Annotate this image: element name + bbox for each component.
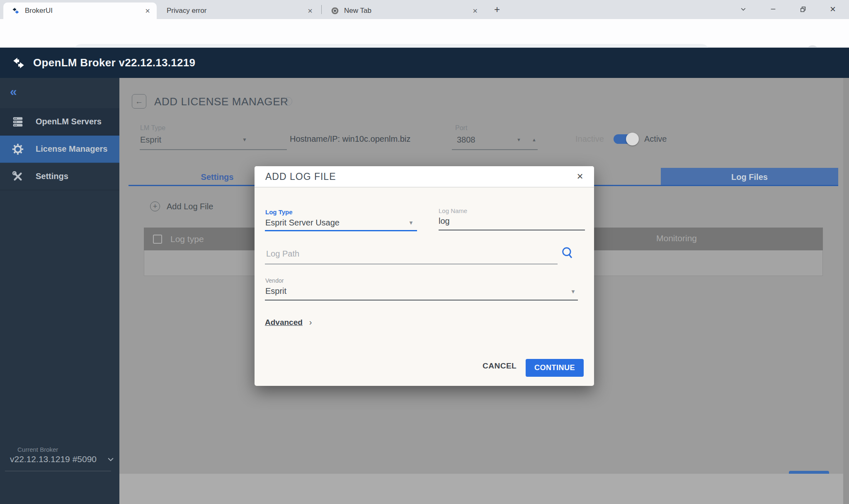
current-broker-label: Current Broker <box>17 446 58 453</box>
dialog-close-icon[interactable]: × <box>574 170 586 183</box>
add-log-file-label: Add Log File <box>167 202 213 211</box>
log-type-value[interactable]: Esprit Server Usage <box>265 218 340 228</box>
lm-type-value[interactable]: Esprit <box>140 135 161 145</box>
dialog-cancel-button[interactable]: CANCEL <box>483 361 517 371</box>
app-title: OpenLM Broker v22.12.13.1219 <box>33 56 195 69</box>
tab-search-chevron-icon[interactable] <box>731 0 755 18</box>
port-value[interactable]: 3808 <box>457 135 475 145</box>
log-type-underline <box>265 230 417 231</box>
plus-circle-icon: + <box>150 201 160 211</box>
tab-close-icon[interactable]: × <box>143 6 153 16</box>
log-name-input[interactable] <box>439 216 580 226</box>
openlm-logo <box>12 56 26 70</box>
window-restore-button[interactable] <box>791 0 815 18</box>
window-close-button[interactable]: × <box>821 0 845 18</box>
sidebar-item-label: OpenLM Servers <box>36 117 102 126</box>
vendor-underline <box>265 300 578 300</box>
sidebar: « OpenLM Servers License Managers Settin… <box>0 78 119 504</box>
browser-tab-strip: BrokerUI × Privacy error × New Tab × + × <box>0 0 849 19</box>
browser-toolbar: ← → i localhost:5090/#/license-managers/… <box>0 19 849 48</box>
toggle-on-label: Active <box>644 134 667 144</box>
chrome-favicon <box>331 7 339 15</box>
port-label: Port <box>455 124 467 132</box>
port-underline <box>452 149 538 150</box>
log-name-label: Log Name <box>439 207 467 214</box>
sidebar-item-label: Settings <box>36 172 68 181</box>
lm-type-label: LM Type <box>140 124 165 132</box>
hostname-text: Hostname/IP: win10c.openlm.biz <box>290 134 410 144</box>
tab-title: Privacy error <box>167 7 305 15</box>
active-toggle-knob[interactable] <box>626 133 639 145</box>
tab-title: BrokerUI <box>25 7 143 15</box>
toggle-off-label: Inactive <box>575 134 604 144</box>
sidebar-collapse-icon[interactable]: « <box>10 85 17 99</box>
current-broker-value: v22.12.13.1219 #5090 <box>10 454 97 464</box>
log-name-underline <box>439 230 585 230</box>
page-scrollbar[interactable] <box>843 78 849 504</box>
tab-label: Log Files <box>731 172 768 182</box>
vendor-value[interactable]: Esprit <box>265 286 286 296</box>
info-icon: i <box>284 97 292 106</box>
column-header-monitoring: Monitoring <box>656 233 697 243</box>
add-log-file-button[interactable]: + Add Log File <box>150 201 213 211</box>
window-minimize-button[interactable] <box>761 0 785 18</box>
current-broker-select[interactable]: v22.12.13.1219 #5090 <box>10 454 115 464</box>
column-header-log-type: Log type <box>170 234 204 244</box>
tab-title: New Tab <box>344 7 470 15</box>
new-tab-button[interactable]: + <box>491 3 503 16</box>
add-log-file-dialog: ADD LOG FILE × Log Type Esprit Server Us… <box>255 166 594 386</box>
app-header: OpenLM Broker v22.12.13.1219 <box>0 48 849 78</box>
log-path-input[interactable] <box>266 249 531 259</box>
port-increment-icon[interactable]: ▲ <box>532 137 536 142</box>
chevron-down-icon <box>107 455 115 463</box>
openlm-favicon <box>12 7 20 15</box>
sidebar-item-openlm-servers[interactable]: OpenLM Servers <box>0 108 119 136</box>
tab-close-icon[interactable]: × <box>305 6 315 16</box>
dialog-title: ADD LOG FILE <box>265 171 336 182</box>
browser-tab-privacy-error[interactable]: Privacy error × <box>159 2 319 19</box>
server-icon <box>11 116 25 128</box>
sidebar-item-license-managers[interactable]: License Managers <box>0 136 119 163</box>
log-type-dropdown-icon[interactable]: ▼ <box>408 220 414 226</box>
advanced-label: Advanced <box>265 318 303 327</box>
screen: BrokerUI × Privacy error × New Tab × + × <box>0 0 849 504</box>
dialog-continue-button[interactable]: CONTINUE <box>526 359 584 377</box>
lm-type-underline <box>140 149 287 150</box>
tools-icon <box>11 170 25 183</box>
current-broker-underline <box>5 471 111 471</box>
back-button[interactable]: ← <box>132 94 146 109</box>
search-icon[interactable] <box>560 246 575 262</box>
sidebar-item-label: License Managers <box>36 144 107 154</box>
gear-icon <box>11 143 25 155</box>
footer-band <box>119 474 849 504</box>
lm-type-dropdown-icon[interactable]: ▼ <box>242 137 247 143</box>
tab-close-icon[interactable]: × <box>470 6 480 16</box>
vendor-dropdown-icon[interactable]: ▼ <box>570 288 576 295</box>
tab-log-files[interactable]: Log Files <box>661 168 838 186</box>
log-type-label: Log Type <box>265 208 293 216</box>
tab-separator <box>321 5 322 14</box>
page-title: ADD LICENSE MANAGER <box>154 95 288 108</box>
select-all-checkbox[interactable] <box>153 235 162 244</box>
chevron-right-icon: › <box>309 317 312 327</box>
advanced-link[interactable]: Advanced › <box>265 317 312 327</box>
browser-tab-brokerui[interactable]: BrokerUI × <box>3 2 157 19</box>
vendor-label: Vendor <box>265 277 284 284</box>
tab-label: Settings <box>201 172 234 182</box>
port-decrement-icon[interactable]: ▼ <box>517 137 521 142</box>
log-path-underline <box>265 264 558 264</box>
browser-tab-new-tab[interactable]: New Tab × <box>324 2 484 19</box>
sidebar-item-settings[interactable]: Settings <box>0 163 119 190</box>
